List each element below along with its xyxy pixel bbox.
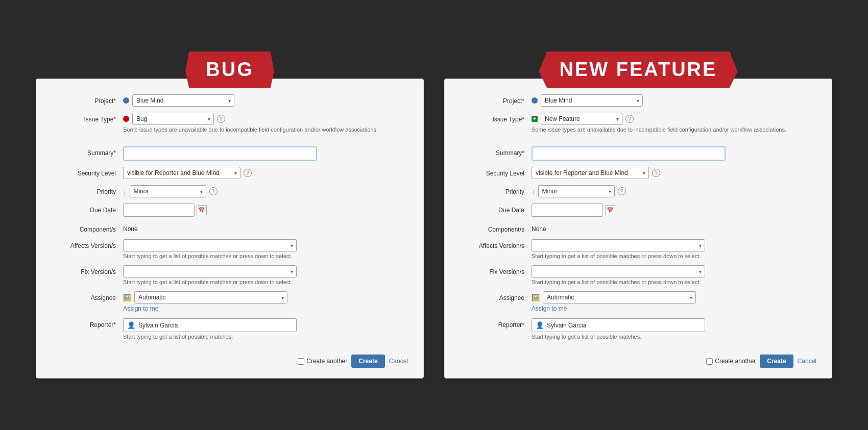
assignee-select[interactable]: Automatic <box>134 291 287 303</box>
nf-components-label: Component/s <box>460 223 532 233</box>
affects-version-select[interactable] <box>123 239 297 251</box>
nf-components-row: Component/s None <box>460 223 816 233</box>
priority-field: ↓ Minor ? <box>123 185 408 197</box>
nf-form-footer: Create another Create Cancel <box>460 348 816 368</box>
nf-assign-to-me-link[interactable]: Assign to me <box>532 305 816 312</box>
nf-reporter-label: Reporter* <box>460 318 532 328</box>
nf-due-date-input[interactable] <box>532 204 603 217</box>
create-button[interactable]: Create <box>351 355 384 368</box>
issue-type-field: Bug ? Some issue types are unavailable d… <box>123 113 408 133</box>
nf-affects-version-select[interactable] <box>532 239 705 251</box>
nf-summary-label: Summary* <box>460 146 532 157</box>
nf-security-level-select[interactable]: visible for Reporter and Blue Mind <box>532 167 649 179</box>
issue-type-label: Issue Type* <box>52 113 123 123</box>
nf-security-level-select-wrapper[interactable]: visible for Reporter and Blue Mind <box>532 167 649 179</box>
nf-fix-version-select-wrapper[interactable] <box>532 265 705 277</box>
nf-assignee-field: 🖼️ Automatic Assign to me <box>532 291 816 312</box>
priority-help-icon[interactable]: ? <box>209 187 218 195</box>
affects-version-hint: Start typing to get a list of possible m… <box>123 253 408 259</box>
components-label: Component/s <box>52 223 123 233</box>
nf-security-level-field: visible for Reporter and Blue Mind ? <box>532 167 816 179</box>
nf-security-level-help-icon[interactable]: ? <box>652 169 660 177</box>
summary-row: Summary* <box>52 146 408 161</box>
reporter-label: Reporter* <box>52 318 123 328</box>
nf-summary-input[interactable] <box>532 146 726 161</box>
new-feature-type-icon: + <box>532 116 538 122</box>
nf-affects-version-select-wrapper[interactable] <box>532 239 705 251</box>
security-level-help-icon[interactable]: ? <box>244 169 252 177</box>
nf-issue-type-row: Issue Type* + New Feature ? Some issue t… <box>460 113 816 133</box>
issue-type-select-wrapper[interactable]: Bug <box>132 113 214 125</box>
reporter-input-box[interactable]: 👤 Sylvain Garcia <box>123 318 297 332</box>
nf-reporter-name: Sylvain Garcia <box>547 322 586 329</box>
nf-priority-arrow-icon: ↓ <box>532 188 535 195</box>
bug-banner: BUG <box>185 52 274 88</box>
nf-priority-label: Priority <box>460 185 532 195</box>
nf-issue-type-select[interactable]: New Feature <box>541 113 622 125</box>
calendar-icon[interactable]: 📅 <box>197 205 207 215</box>
nf-project-row: Project* Blue Mind <box>460 94 816 107</box>
security-level-label: Security Level <box>52 167 123 177</box>
create-another-checkbox[interactable] <box>298 358 304 365</box>
nf-cancel-button[interactable]: Cancel <box>798 358 816 365</box>
form-divider <box>52 139 408 139</box>
assignee-field: 🖼️ Automatic Assign to me <box>123 291 408 312</box>
issue-type-select[interactable]: Bug <box>132 113 214 125</box>
nf-assignee-row: Assignee 🖼️ Automatic Assign to me <box>460 291 816 312</box>
right-panel: NEW FEATURE Project* Blue Mind <box>444 52 832 378</box>
security-level-select-wrapper[interactable]: visible for Reporter and Blue Mind <box>123 167 240 179</box>
nf-issue-type-help-icon[interactable]: ? <box>625 115 634 123</box>
nf-due-date-row: Due Date 📅 <box>460 204 816 217</box>
nf-project-select-wrapper[interactable]: Blue Mind <box>541 94 643 107</box>
nf-create-another-checkbox-label[interactable]: Create another <box>706 358 756 365</box>
left-panel: BUG Project* Blue Mind Iss <box>36 52 424 378</box>
reporter-user-icon: 👤 <box>127 321 135 329</box>
nf-assignee-select-wrapper[interactable]: Automatic <box>543 291 696 303</box>
assign-to-me-link[interactable]: Assign to me <box>123 305 408 312</box>
nf-create-another-checkbox[interactable] <box>706 358 713 365</box>
nf-fix-version-select[interactable] <box>532 265 705 277</box>
nf-project-field: Blue Mind <box>532 94 816 107</box>
priority-select-wrapper[interactable]: Minor <box>130 185 206 197</box>
summary-input[interactable] <box>123 146 317 161</box>
nf-assignee-select[interactable]: Automatic <box>543 291 696 303</box>
assignee-icon: 🖼️ <box>123 294 131 301</box>
nf-due-date-field: 📅 <box>532 204 816 217</box>
nf-calendar-icon[interactable]: 📅 <box>605 205 615 215</box>
priority-select[interactable]: Minor <box>130 185 206 197</box>
affects-version-field: Start typing to get a list of possible m… <box>123 239 408 259</box>
nf-priority-select-wrapper[interactable]: Minor <box>538 185 615 197</box>
nf-assignee-icon: 🖼️ <box>532 294 540 301</box>
project-select-wrapper[interactable]: Blue Mind <box>132 94 234 107</box>
bug-type-icon <box>123 116 129 122</box>
project-row: Project* Blue Mind <box>52 94 408 107</box>
nf-issue-type-select-wrapper[interactable]: New Feature <box>541 113 622 125</box>
nf-fix-version-field: Start typing to get a list of possible m… <box>532 265 816 285</box>
assignee-select-wrapper[interactable]: Automatic <box>134 291 287 303</box>
security-level-select[interactable]: visible for Reporter and Blue Mind <box>123 167 240 179</box>
project-select[interactable]: Blue Mind <box>132 94 234 107</box>
nf-project-dot-icon <box>532 97 538 104</box>
nf-project-select[interactable]: Blue Mind <box>541 94 643 107</box>
nf-create-button[interactable]: Create <box>760 355 793 368</box>
nf-reporter-field: 👤 Sylvain Garcia Start typing to get a l… <box>532 318 816 340</box>
cancel-button[interactable]: Cancel <box>389 358 408 365</box>
due-date-input[interactable] <box>123 204 195 217</box>
reporter-row: Reporter* 👤 Sylvain Garcia Start typing … <box>52 318 408 340</box>
nf-summary-field <box>532 146 816 161</box>
issue-type-help-icon[interactable]: ? <box>217 115 225 123</box>
affects-version-select-wrapper[interactable] <box>123 239 297 251</box>
nf-reporter-input-box[interactable]: 👤 Sylvain Garcia <box>532 318 705 332</box>
create-another-checkbox-label[interactable]: Create another <box>298 358 347 365</box>
fix-version-select[interactable] <box>123 265 297 277</box>
nf-priority-help-icon[interactable]: ? <box>618 187 626 195</box>
priority-label: Priority <box>52 185 123 195</box>
components-row: Component/s None <box>52 223 408 233</box>
priority-row: Priority ↓ Minor ? <box>52 185 408 197</box>
new-feature-form-panel: Project* Blue Mind Issue Type* <box>444 79 832 378</box>
assignee-row: Assignee 🖼️ Automatic Assign to me <box>52 291 408 312</box>
nf-security-level-row: Security Level visible for Reporter and … <box>460 167 816 179</box>
fix-version-select-wrapper[interactable] <box>123 265 297 277</box>
nf-components-field: None <box>532 223 816 233</box>
nf-priority-select[interactable]: Minor <box>538 185 615 197</box>
